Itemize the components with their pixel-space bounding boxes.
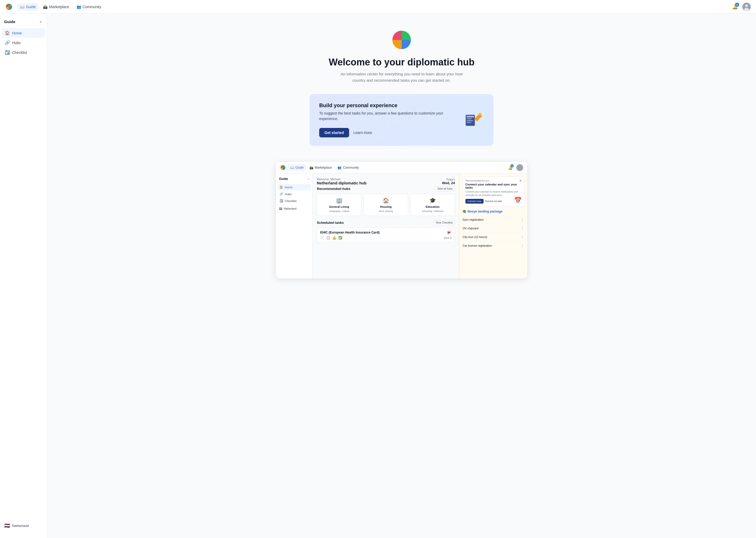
carlicense-more-icon[interactable]: ⋮ [521,243,524,248]
hub-sub-general-living: Geography, Culture [329,210,350,213]
citytour-more-icon[interactable]: ⋮ [521,235,524,239]
task-actions: 📄 📋 🔔 ✅ June 6 [320,236,451,240]
landing-item-citytour-label: City tour (12 hours) [462,235,487,239]
landing-package-header: Nvoye landing package [462,210,524,213]
preview-user-avatar[interactable] [516,164,523,171]
hub-logo-container [391,29,412,57]
user-avatar[interactable] [742,3,751,11]
sidebar-item-checklist[interactable]: ☑️ Checklist [2,48,45,57]
preview-sidebar: Guide « 🏠 Home 🔗 Hubs ☑️ [276,173,313,279]
sidebar-header: Guide « [0,19,47,28]
recommendation-description: Connect your calendar to receive notific… [465,190,521,197]
preview-guide-icon: 📖 [290,166,294,169]
preview-navigation: 📖 Guide 🗃️ Marketplace 👥 Community 🔔 [276,162,527,173]
education-icon: 🎓 [429,197,436,204]
preview-date-area: Today's Wed, 24 [442,178,455,185]
landing-package-logo-icon [462,210,466,213]
sidebar-title: Guide [4,20,16,24]
landing-item-citytour[interactable]: City tour (12 hours) ⋮ [462,233,524,242]
task-flag-icon: 🚩 [447,231,451,235]
preview-nav-right: 🔔 1 [507,164,523,171]
landing-item-ov[interactable]: OV chipcard ⋮ [462,224,524,233]
preview-sidebar-checklist[interactable]: ☑️ Checklist [277,197,311,204]
hub-name-housing: Housing [380,205,392,208]
card-title: Build your personal experience [319,102,457,108]
preview-community-icon: 👥 [338,166,342,169]
view-all-hubs-button[interactable]: View all hubs [435,186,455,191]
sidebar-item-home[interactable]: 🏠 Home [2,28,45,37]
task-doc-icon: 📄 [320,236,324,240]
landing-package-section: Nvoye landing package Gym registration ⋮… [462,210,524,250]
landing-item-gym[interactable]: Gym registration ⋮ [462,215,524,224]
svg-rect-8 [466,122,471,123]
app-logo[interactable] [5,3,15,11]
task-item-ehic[interactable]: EHIC (European Health Insurance Card) 🚩 … [317,228,455,242]
preview-sidebar-hubs[interactable]: 🔗 Hubs [277,191,311,197]
preview-sidebar-footer: 🇳🇱 Netherland [276,204,312,213]
nav-item-community[interactable]: 👥 Community [73,3,105,11]
experience-card: Build your personal experience To sugges… [310,94,494,146]
preview-checklist-icon: ☑️ [280,199,283,202]
preview-notification-button[interactable]: 🔔 1 [507,164,514,171]
landing-item-carlicense[interactable]: Car license registration ⋮ [462,242,524,250]
recommendation-close-button[interactable]: ✕ [519,179,522,183]
preview-sidebar-header: Guide « [276,177,312,184]
view-checklist-button[interactable]: View Checklist [433,220,455,225]
page-title: Welcome to your diplomatic hub [329,57,474,68]
landing-item-gym-label: Gym registration [462,218,484,221]
preview-sidebar-home[interactable]: 🏠 Home [277,184,311,190]
hub-card-housing[interactable]: 🏠 Housing Rent, Moving [363,194,408,216]
main-layout: Guide « 🏠 Home 🔗 Hubs ☑️ Checklist 🇳🇱 Ne… [0,14,756,538]
svg-point-10 [479,113,481,115]
nav-item-marketplace[interactable]: 🗃️ Marketplace [40,3,72,11]
recommended-hubs-header: Recommended hubs View all hubs [317,186,455,191]
recommendation-label: Recommended for you [465,180,521,182]
preview-nav-marketplace[interactable]: 🗃️ Marketplace [307,164,334,171]
page-subtitle: An information center for everything you… [339,71,465,83]
task-bell-icon: 🔔 [332,236,336,240]
ov-more-icon[interactable]: ⋮ [521,226,524,230]
top-navigation: 📖 Guide 🗃️ Marketplace 👥 Community 🔔 1 [0,0,756,14]
hub-name-education: Education [426,205,440,208]
hub-name-general-living: General Living [329,205,349,208]
housing-icon: 🏠 [383,197,389,204]
remind-later-button[interactable]: Remind me later [485,200,502,202]
learn-more-button[interactable]: Learn more [353,131,372,135]
country-name: Netherland [12,524,29,528]
preview-country-name: Netherland [284,207,297,210]
card-illustration [463,110,484,131]
preview-home-icon: 🏠 [280,186,283,189]
preview-nav-community[interactable]: 👥 Community [335,164,361,171]
gym-more-icon[interactable]: ⋮ [521,218,524,222]
get-started-button[interactable]: Get started [319,128,349,137]
preview-sidebar-collapse[interactable]: « [307,178,309,181]
card-content: Build your personal experience To sugges… [319,102,457,137]
marketplace-icon: 🗃️ [43,5,48,9]
svg-rect-7 [466,120,473,121]
notification-button[interactable]: 🔔 1 [731,3,739,11]
landing-item-carlicense-label: Car license registration [462,244,492,247]
preview-hubs-icon: 🔗 [280,192,283,196]
preview-nav-guide[interactable]: 📖 Guide [287,164,306,171]
svg-rect-5 [466,116,474,117]
scheduled-tasks-header: Scheduled tasks View Checklist [317,220,455,225]
hub-card-education[interactable]: 🎓 Education Schooling, Childcare [410,194,455,216]
preview-todays-label: Today's [442,178,455,181]
task-check-icon: ✅ [338,236,342,240]
sidebar-item-hubs[interactable]: 🔗 Hubs [2,38,45,47]
nav-right: 🔔 1 [731,3,751,11]
recommendation-actions: Connect now Remind me later [465,199,521,204]
hubs-icon: 🔗 [5,40,10,45]
hub-card-general-living[interactable]: 🏢 General Living Geography, Culture [317,194,361,216]
connect-now-button[interactable]: Connect now [465,199,484,204]
nav-item-guide[interactable]: 📖 Guide [17,3,39,11]
nav-items: 📖 Guide 🗃️ Marketplace 👥 Community [17,3,731,11]
preview-sidebar-nav: 🏠 Home 🔗 Hubs ☑️ Checklist [276,184,312,204]
hub-sub-housing: Rent, Moving [379,210,393,213]
sidebar-footer: 🇳🇱 Netherland [0,518,47,533]
preview-notification-badge: 1 [510,164,514,168]
calendar-illustration: 📅 [514,197,522,204]
home-icon: 🏠 [5,30,10,35]
checklist-icon: ☑️ [5,50,10,55]
sidebar-collapse-button[interactable]: « [39,19,43,24]
